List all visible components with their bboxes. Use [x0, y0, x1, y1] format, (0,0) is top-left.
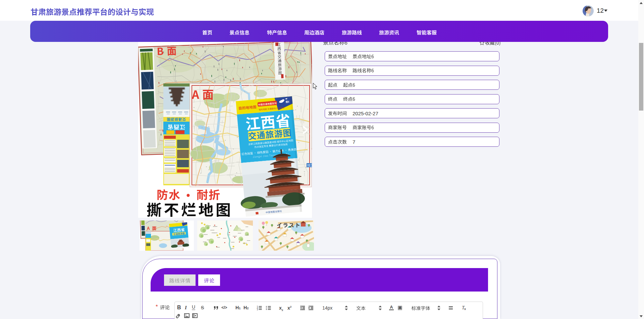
- svg-text:3: 3: [257, 308, 258, 311]
- svg-text:A: A: [390, 305, 393, 310]
- svg-text:x: x: [464, 307, 466, 311]
- svg-text:A: A: [399, 306, 401, 310]
